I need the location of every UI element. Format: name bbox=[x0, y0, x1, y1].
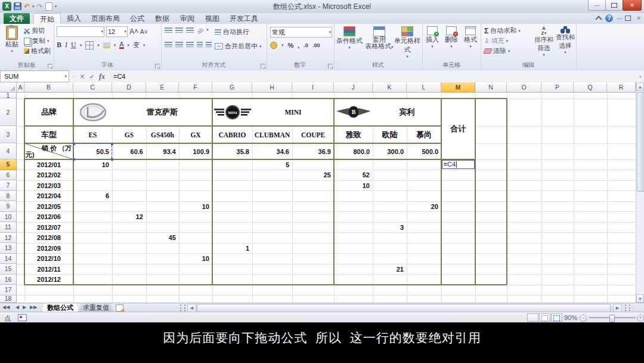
row-header-10[interactable]: 10 bbox=[0, 212, 17, 223]
italic-button[interactable]: I bbox=[65, 41, 67, 50]
number-format-combo[interactable]: 常规▾ bbox=[270, 27, 332, 38]
minimize-button[interactable]: — bbox=[588, 0, 606, 11]
fill-color-icon[interactable] bbox=[103, 42, 110, 48]
cut-button[interactable]: 剪切 bbox=[23, 26, 52, 36]
cell-B10-month[interactable]: 2012/06 bbox=[24, 212, 73, 223]
font-name-combo[interactable]: ▾ bbox=[57, 26, 104, 37]
column-header-O[interactable]: O bbox=[507, 82, 541, 93]
column-header-C[interactable]: C bbox=[73, 82, 112, 93]
cell-J3-model[interactable]: 雅致 bbox=[334, 126, 373, 143]
cell-B8-month[interactable]: 2012/04 bbox=[24, 191, 73, 202]
alignment-dialog-launcher[interactable] bbox=[261, 64, 265, 69]
expand-formula-bar-icon[interactable]: ˅ bbox=[639, 75, 642, 79]
align-center-icon[interactable] bbox=[175, 42, 183, 47]
last-sheet-icon[interactable]: ▶▶ bbox=[30, 304, 37, 310]
cell-C5[interactable]: 10 bbox=[73, 159, 112, 170]
grow-font-icon[interactable]: A˄ bbox=[129, 27, 138, 36]
cell-J7[interactable]: 10 bbox=[334, 180, 373, 191]
cell-J4-price[interactable]: 800.0 bbox=[334, 143, 373, 159]
increase-indent-icon[interactable] bbox=[206, 42, 212, 47]
percent-icon[interactable]: % bbox=[288, 42, 294, 49]
comma-icon[interactable]: , bbox=[298, 42, 299, 49]
cell-B13-month[interactable]: 2012/09 bbox=[24, 243, 73, 254]
column-header-D[interactable]: D bbox=[112, 82, 146, 93]
name-box-arrow[interactable]: ▾ bbox=[64, 74, 67, 79]
vertical-scrollbar[interactable]: ▲ ▼ bbox=[636, 82, 644, 303]
page-break-view-icon[interactable] bbox=[551, 313, 562, 322]
shrink-font-icon[interactable]: A˅ bbox=[140, 29, 148, 35]
help-icon[interactable]: ? bbox=[605, 14, 613, 22]
cell-K15[interactable]: 21 bbox=[373, 264, 407, 275]
font-size-combo[interactable]: 12▾ bbox=[106, 26, 128, 37]
cell-G13[interactable]: 1 bbox=[212, 243, 252, 254]
cell-L9[interactable]: 20 bbox=[407, 201, 441, 212]
cell-K4-price[interactable]: 300.0 bbox=[373, 143, 407, 159]
cell-G4-price[interactable]: 35.8 bbox=[212, 143, 252, 159]
cell-B7-month[interactable]: 2012/03 bbox=[24, 180, 73, 191]
orientation-icon[interactable]: ab bbox=[196, 26, 205, 36]
merge-center-button[interactable]: 合并后居中▾ bbox=[213, 41, 263, 51]
zoom-out-icon[interactable]: − bbox=[580, 315, 587, 322]
tab-page-layout[interactable]: 页面布局 bbox=[87, 13, 124, 24]
brand-name-2[interactable]: 宾利 bbox=[373, 99, 441, 126]
row-header-11[interactable]: 11 bbox=[0, 222, 17, 233]
select-all-corner[interactable] bbox=[0, 82, 17, 93]
hscroll-right-icon[interactable]: ▶ bbox=[613, 304, 622, 312]
page-layout-view-icon[interactable] bbox=[539, 313, 550, 322]
zoom-in-icon[interactable]: + bbox=[637, 315, 644, 322]
row-header-17[interactable]: 17 bbox=[0, 285, 17, 296]
brand-name-1[interactable]: MINI bbox=[252, 99, 334, 126]
row-header-7[interactable]: 7 bbox=[0, 180, 17, 191]
cell-L4-price[interactable]: 500.0 bbox=[407, 143, 441, 159]
insert-function-icon[interactable]: fx bbox=[97, 72, 107, 81]
normal-view-icon[interactable] bbox=[527, 313, 538, 322]
row-header-13[interactable]: 13 bbox=[0, 243, 17, 254]
cell-B4-price-label-bottom[interactable]: 元) bbox=[26, 151, 49, 158]
cell-F9[interactable]: 10 bbox=[179, 201, 212, 212]
formula-text[interactable]: =C4 bbox=[113, 73, 126, 80]
align-middle-icon[interactable] bbox=[175, 27, 183, 33]
cell-D10[interactable]: 12 bbox=[112, 212, 146, 223]
row-header-14[interactable]: 14 bbox=[0, 254, 17, 264]
cell-F14[interactable]: 10 bbox=[179, 254, 212, 264]
scroll-up-icon[interactable]: ▲ bbox=[636, 82, 644, 91]
row-header-2[interactable]: 2 bbox=[0, 99, 17, 126]
copy-button[interactable]: 复制▾ bbox=[23, 36, 52, 46]
row-header-3[interactable]: 3 bbox=[0, 126, 17, 143]
font-color-icon[interactable]: A bbox=[119, 41, 123, 49]
cell-B15-month[interactable]: 2012/11 bbox=[24, 264, 73, 275]
column-header-P[interactable]: P bbox=[541, 82, 574, 93]
tab-formulas[interactable]: 公式 bbox=[125, 13, 149, 24]
align-left-icon[interactable] bbox=[165, 42, 172, 47]
cell-J6[interactable]: 52 bbox=[334, 170, 373, 181]
column-header-M[interactable]: M bbox=[441, 82, 475, 93]
tab-review[interactable]: 审阅 bbox=[175, 13, 199, 24]
number-dialog-launcher[interactable] bbox=[328, 64, 333, 69]
first-sheet-icon[interactable]: ◀◀ bbox=[2, 304, 10, 310]
row-header-1[interactable]: 1 bbox=[0, 93, 17, 99]
column-header-N[interactable]: N bbox=[475, 82, 507, 93]
conditional-formatting-button[interactable]: 条件格式▾ bbox=[335, 26, 364, 50]
row-header-8[interactable]: 8 bbox=[0, 191, 17, 202]
column-header-F[interactable]: F bbox=[179, 82, 212, 93]
name-box[interactable]: SUM▾ bbox=[0, 70, 69, 82]
cell-I4-price[interactable]: 36.9 bbox=[292, 143, 334, 159]
sheet-tab-array-formula[interactable]: 数组公式 bbox=[42, 303, 79, 312]
tab-file[interactable]: 文件 bbox=[4, 13, 30, 24]
close-button[interactable]: ✕ bbox=[623, 0, 642, 11]
column-header-A[interactable]: A bbox=[17, 82, 24, 93]
restore-button[interactable] bbox=[605, 0, 623, 11]
bold-button[interactable]: B bbox=[57, 41, 61, 50]
insert-worksheet-icon[interactable] bbox=[116, 304, 123, 312]
column-header-Q[interactable]: Q bbox=[574, 82, 607, 93]
cell-C8[interactable]: 6 bbox=[73, 191, 112, 202]
zoom-slider-thumb[interactable] bbox=[609, 315, 615, 322]
cell-K11[interactable]: 3 bbox=[373, 222, 407, 233]
cell-L3-model[interactable]: 慕尚 bbox=[407, 126, 441, 143]
enter-icon[interactable]: ✓ bbox=[87, 73, 97, 81]
column-header-E[interactable]: E bbox=[146, 82, 179, 93]
column-header-I[interactable]: I bbox=[292, 82, 334, 93]
align-bottom-icon[interactable] bbox=[186, 27, 194, 33]
macro-record-icon[interactable] bbox=[18, 314, 27, 321]
tab-insert[interactable]: 插入 bbox=[62, 13, 86, 24]
